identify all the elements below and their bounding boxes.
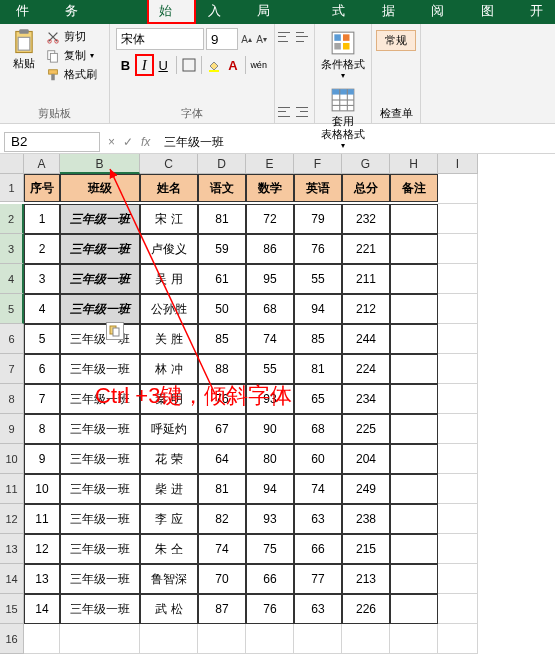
- data-cell[interactable]: 三年级一班: [60, 264, 140, 294]
- copy-button[interactable]: 复制▾: [46, 47, 97, 64]
- data-cell[interactable]: [438, 204, 478, 234]
- header-cell[interactable]: 姓名: [140, 174, 198, 202]
- data-cell[interactable]: 14: [24, 594, 60, 624]
- data-cell[interactable]: 75: [246, 534, 294, 564]
- data-cell[interactable]: [438, 294, 478, 324]
- tab-insert[interactable]: 插入: [196, 0, 245, 24]
- data-cell[interactable]: [438, 534, 478, 564]
- formula-input[interactable]: 三年级一班: [158, 132, 555, 152]
- data-cell[interactable]: 95: [246, 264, 294, 294]
- data-cell[interactable]: 224: [342, 354, 390, 384]
- border-button[interactable]: [179, 54, 198, 76]
- row-header[interactable]: 15: [0, 594, 24, 624]
- data-cell[interactable]: 63: [294, 594, 342, 624]
- data-cell[interactable]: 三年级一班: [60, 354, 140, 384]
- data-cell[interactable]: [438, 474, 478, 504]
- data-cell[interactable]: [390, 534, 438, 564]
- data-cell[interactable]: [390, 234, 438, 264]
- row-header[interactable]: 12: [0, 504, 24, 534]
- select-all-corner[interactable]: [0, 154, 24, 174]
- empty-cell[interactable]: [198, 624, 246, 654]
- data-cell[interactable]: 59: [198, 234, 246, 264]
- row-header[interactable]: 7: [0, 354, 24, 384]
- data-cell[interactable]: 武 松: [140, 594, 198, 624]
- align-center-button[interactable]: [296, 105, 312, 119]
- data-cell[interactable]: 5: [24, 324, 60, 354]
- style-check[interactable]: 检查单: [376, 106, 416, 121]
- header-cell[interactable]: [438, 174, 478, 204]
- phonetic-button[interactable]: wén: [249, 54, 268, 76]
- data-cell[interactable]: 70: [198, 564, 246, 594]
- col-header-C[interactable]: C: [140, 154, 198, 174]
- data-cell[interactable]: 80: [246, 444, 294, 474]
- data-cell[interactable]: 85: [294, 324, 342, 354]
- empty-cell[interactable]: [60, 624, 140, 654]
- row-header[interactable]: 6: [0, 324, 24, 354]
- data-cell[interactable]: 67: [198, 414, 246, 444]
- col-header-G[interactable]: G: [342, 154, 390, 174]
- col-header-B[interactable]: B: [60, 154, 140, 174]
- data-cell[interactable]: 三年级一班: [60, 414, 140, 444]
- data-cell[interactable]: 三年级一班: [60, 534, 140, 564]
- col-header-A[interactable]: A: [24, 154, 60, 174]
- empty-cell[interactable]: [24, 624, 60, 654]
- data-cell[interactable]: [438, 234, 478, 264]
- data-cell[interactable]: 鲁智深: [140, 564, 198, 594]
- row-header[interactable]: 9: [0, 414, 24, 444]
- data-cell[interactable]: [438, 444, 478, 474]
- data-cell[interactable]: 74: [246, 324, 294, 354]
- tab-dev[interactable]: 开: [518, 0, 555, 24]
- data-cell[interactable]: 64: [198, 444, 246, 474]
- data-cell[interactable]: [390, 264, 438, 294]
- data-cell[interactable]: 213: [342, 564, 390, 594]
- data-cell[interactable]: 10: [24, 474, 60, 504]
- data-cell[interactable]: [390, 504, 438, 534]
- data-cell[interactable]: 三年级一班: [60, 444, 140, 474]
- data-cell[interactable]: 关 胜: [140, 324, 198, 354]
- data-cell[interactable]: 76: [246, 594, 294, 624]
- data-cell[interactable]: 花 荣: [140, 444, 198, 474]
- data-cell[interactable]: 66: [294, 534, 342, 564]
- data-cell[interactable]: 76: [198, 384, 246, 414]
- data-cell[interactable]: [390, 204, 438, 234]
- empty-cell[interactable]: [294, 624, 342, 654]
- row-header[interactable]: 2: [0, 204, 24, 234]
- empty-cell[interactable]: [390, 624, 438, 654]
- fx-icon[interactable]: fx: [141, 135, 150, 149]
- data-cell[interactable]: 三年级一班: [60, 384, 140, 414]
- data-cell[interactable]: 74: [198, 534, 246, 564]
- data-cell[interactable]: [390, 474, 438, 504]
- font-size-input[interactable]: [206, 28, 238, 50]
- data-cell[interactable]: 82: [198, 504, 246, 534]
- data-cell[interactable]: [390, 354, 438, 384]
- data-cell[interactable]: 249: [342, 474, 390, 504]
- data-cell[interactable]: 212: [342, 294, 390, 324]
- italic-button[interactable]: I: [135, 54, 154, 76]
- data-cell[interactable]: 4: [24, 294, 60, 324]
- data-cell[interactable]: 79: [294, 204, 342, 234]
- format-painter-button[interactable]: 格式刷: [46, 66, 97, 83]
- data-cell[interactable]: 77: [294, 564, 342, 594]
- data-cell[interactable]: [438, 414, 478, 444]
- data-cell[interactable]: 2: [24, 234, 60, 264]
- header-cell[interactable]: 班级: [60, 174, 140, 202]
- data-cell[interactable]: [438, 504, 478, 534]
- header-cell[interactable]: 语文: [198, 174, 246, 202]
- data-cell[interactable]: 81: [294, 354, 342, 384]
- tab-file[interactable]: 文件: [4, 0, 53, 24]
- empty-cell[interactable]: [246, 624, 294, 654]
- row-header[interactable]: 5: [0, 294, 24, 324]
- tab-layout[interactable]: 页面布局: [245, 0, 320, 24]
- data-cell[interactable]: 三年级一班: [60, 204, 140, 234]
- row-header[interactable]: 16: [0, 624, 24, 654]
- cut-button[interactable]: 剪切: [46, 28, 97, 45]
- data-cell[interactable]: 9: [24, 444, 60, 474]
- data-cell[interactable]: 61: [198, 264, 246, 294]
- paste-button[interactable]: 粘贴: [6, 28, 42, 83]
- data-cell[interactable]: 86: [246, 234, 294, 264]
- data-cell[interactable]: 三年级一班: [60, 594, 140, 624]
- data-cell[interactable]: 三年级一班: [60, 234, 140, 264]
- data-cell[interactable]: 225: [342, 414, 390, 444]
- data-cell[interactable]: 232: [342, 204, 390, 234]
- data-cell[interactable]: 7: [24, 384, 60, 414]
